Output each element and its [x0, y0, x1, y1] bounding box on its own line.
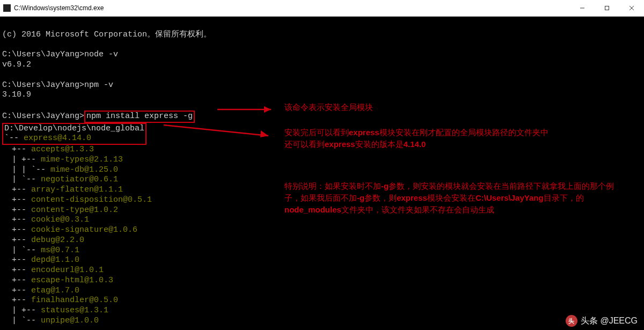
npm-version: 3.10.9 [2, 90, 31, 99]
tree-pkg: debug@2.2.0 [31, 236, 84, 245]
cmd-node-v: node -v [84, 50, 118, 59]
terminal-body[interactable]: (c) 2016 Microsoft Corporation。保留所有权利。 C… [0, 17, 644, 330]
copyright-line: (c) 2016 Microsoft Corporation。保留所有权利。 [2, 30, 211, 39]
svg-marker-5 [264, 106, 271, 113]
arrow-icon [215, 101, 279, 118]
watermark-icon: 头 [566, 315, 577, 327]
tree-pkg: statuses@1.3.1 [41, 306, 108, 315]
tree-pkg: depd@1.1.0 [31, 255, 79, 265]
node-version: v6.9.2 [2, 60, 31, 69]
prompt: C:\Users\JayYang> [2, 80, 84, 90]
cmd-icon [3, 4, 11, 12]
annotation-cmd: 该命令表示安装全局模块 [284, 101, 373, 113]
tree-pkg: accepts@1.3.3 [31, 145, 94, 154]
tree-pkg: mime-db@1.25.0 [50, 165, 118, 174]
annotation-result: 安装完后可以看到express模块安装在刚才配置的全局模块路径的文件夹中 还可以… [284, 127, 639, 150]
watermark: 头 头条 @JEECG [566, 315, 638, 327]
titlebar[interactable]: C:\Windows\system32\cmd.exe [0, 0, 644, 17]
global-path: D:\Develop\nodejs\node_global [4, 124, 144, 133]
tree-pkg: mime-types@2.1.13 [41, 155, 123, 164]
prompt: C:\Users\JayYang> [2, 112, 84, 121]
tree-pkg: finalhandler@0.5.0 [31, 296, 118, 305]
tree-pkg: ms@0.7.1 [41, 246, 79, 255]
tree-pkg: content-disposition@0.5.1 [31, 195, 152, 204]
minimize-button[interactable] [570, 0, 595, 16]
tree-pkg: cookie-signature@1.0.6 [31, 225, 137, 234]
svg-rect-1 [605, 6, 609, 10]
window-title: C:\Windows\system32\cmd.exe [14, 4, 104, 12]
maximize-button[interactable] [595, 0, 619, 16]
cmd-npm-v: npm -v [84, 80, 113, 90]
annotation-note: 特别说明：如果安装时不加-g参数，则安装的模块就会安装在当前路径下就拿我上面的那… [284, 180, 628, 215]
tree-pkg: encodeurl@1.0.1 [31, 266, 104, 275]
tree-pkg: array-flatten@1.1.1 [31, 185, 123, 194]
close-button[interactable] [619, 0, 644, 16]
tree-pkg: escape-html@1.0.3 [31, 276, 113, 285]
watermark-text: 头条 @JEECG [581, 316, 638, 327]
svg-marker-7 [260, 130, 268, 137]
tree-pkg: express@4.14.0 [24, 134, 91, 143]
svg-line-6 [164, 125, 268, 136]
prompt: C:\Users\JayYang> [2, 50, 84, 59]
arrow-icon [161, 120, 279, 141]
tree-pkg: etag@1.7.0 [31, 286, 79, 295]
tree-pkg: content-type@1.0.2 [31, 206, 118, 215]
tree-pkg: cookie@0.3.1 [31, 215, 89, 224]
tree-pkg: unpipe@1.0.0 [41, 316, 99, 325]
cmd-window: C:\Windows\system32\cmd.exe (c) 2016 Mic… [0, 0, 644, 330]
global-path-highlight: D:\Develop\nodejs\node_global `-- expres… [2, 123, 147, 145]
tree-pkg: negotiator@0.6.1 [41, 175, 118, 184]
